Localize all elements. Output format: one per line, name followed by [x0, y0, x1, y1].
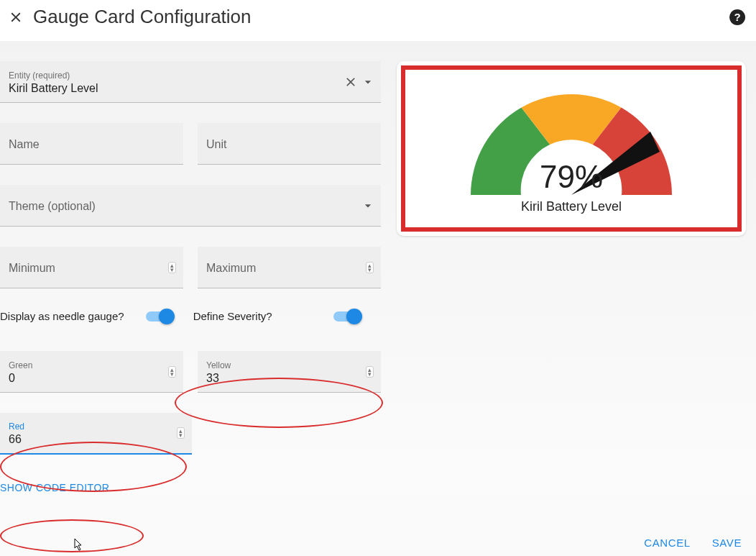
number-stepper[interactable]: ▴▾ — [168, 366, 176, 378]
svg-text:?: ? — [734, 11, 740, 23]
clear-icon[interactable] — [344, 75, 358, 89]
maximum-field[interactable]: Maximum ▴▾ — [198, 247, 381, 288]
severity-toggle[interactable] — [333, 311, 359, 322]
name-label: Name — [9, 138, 175, 151]
maximum-label: Maximum — [206, 262, 372, 275]
close-icon — [8, 9, 24, 25]
name-field[interactable]: Name — [0, 123, 183, 165]
green-label: Green — [9, 360, 175, 370]
theme-label: Theme (optional) — [9, 200, 372, 213]
preview-panel: 79% Kiril Battery Level — [381, 61, 756, 494]
yellow-field[interactable]: Yellow 33 ▴▾ — [198, 351, 381, 393]
dropdown-icon[interactable] — [361, 75, 375, 89]
number-stepper[interactable]: ▴▾ — [366, 366, 374, 378]
gauge-caption: Kiril Battery Level — [521, 199, 622, 214]
show-code-editor-button[interactable]: SHOW CODE EDITOR — [0, 482, 109, 493]
save-button[interactable]: SAVE — [712, 537, 742, 549]
minimum-label: Minimum — [9, 262, 175, 275]
number-stepper[interactable]: ▴▾ — [177, 427, 185, 439]
unit-label: Unit — [206, 138, 372, 151]
help-button[interactable]: ? — [727, 7, 747, 27]
severity-toggle-label: Define Severity? — [193, 310, 272, 322]
red-value: 66 — [9, 432, 183, 446]
config-form: Entity (required) Kiril Battery Level Na… — [0, 61, 381, 494]
preview-card: 79% Kiril Battery Level — [397, 61, 746, 236]
yellow-label: Yellow — [206, 360, 372, 370]
theme-field[interactable]: Theme (optional) — [0, 185, 381, 227]
green-field[interactable]: Green 0 ▴▾ — [0, 351, 183, 393]
needle-toggle-label: Display as needle gauge? — [0, 310, 124, 322]
green-value: 0 — [9, 370, 175, 385]
cancel-button[interactable]: CANCEL — [644, 537, 690, 549]
number-stepper[interactable]: ▴▾ — [168, 262, 176, 273]
entity-label: Entity (required) — [9, 70, 372, 81]
yellow-value: 33 — [206, 370, 372, 385]
annotation-ellipse — [0, 519, 144, 552]
preview-highlight-box: 79% Kiril Battery Level — [401, 65, 742, 232]
entity-value: Kiril Battery Level — [9, 81, 372, 95]
dropdown-icon[interactable] — [361, 199, 375, 213]
cursor-icon — [70, 538, 83, 552]
unit-field[interactable]: Unit — [198, 123, 381, 165]
red-field[interactable]: Red 66 ▴▾ — [0, 413, 192, 455]
help-icon: ? — [729, 9, 746, 26]
dialog-header: Gauge Card Configuration ? — [0, 0, 756, 41]
dialog-footer: CANCEL SAVE — [644, 537, 742, 549]
needle-toggle[interactable] — [146, 311, 172, 322]
gauge-chart: 79% — [456, 80, 686, 195]
dialog-title: Gauge Card Configuration — [33, 6, 727, 28]
close-button[interactable] — [6, 7, 26, 27]
red-label: Red — [9, 421, 183, 432]
minimum-field[interactable]: Minimum ▴▾ — [0, 247, 183, 288]
number-stepper[interactable]: ▴▾ — [366, 262, 374, 273]
gauge-value-text: 79% — [456, 159, 686, 195]
entity-field[interactable]: Entity (required) Kiril Battery Level — [0, 61, 381, 103]
